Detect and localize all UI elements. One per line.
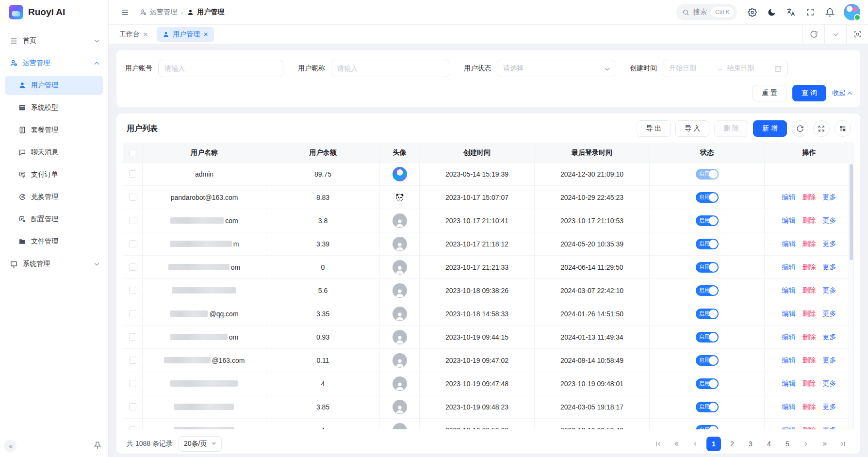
- column-header[interactable]: 用户名称: [143, 143, 266, 162]
- more-link[interactable]: 更多: [823, 356, 836, 365]
- status-toggle[interactable]: 启用: [696, 262, 719, 273]
- status-toggle[interactable]: 启用: [696, 355, 719, 366]
- breadcrumb-item-0[interactable]: 运营管理: [140, 8, 177, 16]
- sidebar-item-0[interactable]: 首页: [5, 31, 103, 50]
- bell-icon[interactable]: [821, 4, 838, 20]
- more-link[interactable]: 更多: [823, 263, 836, 272]
- row-checkbox[interactable]: [129, 333, 136, 341]
- page-button-1[interactable]: 1: [706, 437, 721, 451]
- more-link[interactable]: 更多: [823, 286, 836, 295]
- edit-link[interactable]: 编辑: [782, 379, 796, 388]
- status-select[interactable]: 请选择: [497, 60, 615, 77]
- more-link[interactable]: 更多: [823, 216, 836, 225]
- sidebar-subitem-3[interactable]: 聊天消息: [5, 143, 103, 162]
- edit-link[interactable]: 编辑: [782, 286, 796, 295]
- status-toggle[interactable]: 启用: [696, 169, 719, 180]
- sidebar-collapse-button[interactable]: «: [4, 440, 16, 452]
- column-header[interactable]: 用户余额: [266, 143, 380, 162]
- close-icon[interactable]: ✕: [203, 31, 208, 38]
- sidebar-subitem-1[interactable]: 系统模型: [5, 98, 103, 117]
- edit-link[interactable]: 编辑: [782, 193, 796, 202]
- add-button[interactable]: 新 增: [753, 120, 787, 137]
- pin-icon[interactable]: [93, 441, 102, 450]
- row-checkbox[interactable]: [129, 310, 136, 317]
- sidebar-subitem-6[interactable]: 配置管理: [5, 210, 103, 229]
- first-page-icon[interactable]: [651, 437, 666, 451]
- edit-link[interactable]: 编辑: [782, 263, 796, 272]
- status-toggle[interactable]: 启用: [696, 402, 719, 412]
- page-button-5[interactable]: 5: [780, 437, 795, 451]
- edit-link[interactable]: 编辑: [782, 403, 796, 411]
- delete-link[interactable]: 删除: [802, 426, 816, 430]
- column-header[interactable]: 创建时间: [420, 143, 535, 162]
- import-button[interactable]: 导 入: [675, 120, 709, 137]
- refresh-tab-icon[interactable]: [802, 25, 824, 44]
- more-link[interactable]: 更多: [823, 310, 836, 318]
- sidebar-subitem-4[interactable]: 支付订单: [5, 165, 103, 184]
- select-all-checkbox[interactable]: [129, 149, 136, 156]
- export-button[interactable]: 导 出: [637, 120, 671, 137]
- delete-link[interactable]: 删除: [802, 263, 816, 272]
- sidebar-subitem-0[interactable]: 用户管理: [5, 76, 103, 95]
- delete-link[interactable]: 删除: [802, 240, 816, 248]
- delete-link[interactable]: 删除: [802, 310, 816, 318]
- row-checkbox[interactable]: [129, 426, 136, 429]
- more-link[interactable]: 更多: [823, 379, 836, 388]
- date-range-input[interactable]: 开始日期 → 结束日期: [663, 60, 788, 77]
- page-button-3[interactable]: 3: [743, 437, 758, 451]
- status-toggle[interactable]: 启用: [696, 309, 719, 319]
- status-toggle[interactable]: 启用: [696, 215, 719, 226]
- tab-0[interactable]: 工作台 ✕: [114, 27, 154, 42]
- column-settings-icon[interactable]: [835, 120, 851, 137]
- more-link[interactable]: 更多: [823, 193, 836, 202]
- nickname-input[interactable]: [337, 65, 443, 72]
- row-checkbox[interactable]: [129, 357, 136, 364]
- last-page-icon[interactable]: [835, 437, 850, 451]
- table-scrollbar[interactable]: [849, 163, 853, 429]
- jump-back-icon[interactable]: [670, 437, 684, 451]
- collapse-filter-link[interactable]: 收起: [832, 89, 852, 98]
- column-header[interactable]: 操作: [765, 143, 853, 162]
- delete-link[interactable]: 删除: [802, 193, 816, 202]
- status-toggle[interactable]: 启用: [696, 192, 719, 203]
- hamburger-menu-icon[interactable]: [116, 4, 133, 20]
- delete-link[interactable]: 删除: [802, 379, 816, 388]
- fullscreen-icon[interactable]: [802, 4, 819, 20]
- edit-link[interactable]: 编辑: [782, 333, 796, 342]
- column-header[interactable]: 状态: [650, 143, 765, 162]
- more-link[interactable]: 更多: [823, 403, 836, 411]
- row-checkbox[interactable]: [129, 170, 136, 178]
- search-button[interactable]: 查 询: [792, 85, 826, 101]
- status-toggle[interactable]: 启用: [696, 239, 719, 249]
- tab-1[interactable]: 用户管理 ✕: [157, 27, 214, 42]
- delete-link[interactable]: 删除: [802, 403, 816, 411]
- delete-button[interactable]: 删 除: [714, 120, 748, 137]
- page-button-2[interactable]: 2: [725, 437, 739, 451]
- sidebar-item-2[interactable]: 系统管理: [5, 254, 103, 274]
- search-input[interactable]: 搜索 Ctrl K: [676, 4, 737, 20]
- edit-link[interactable]: 编辑: [782, 240, 796, 248]
- delete-link[interactable]: 删除: [802, 333, 816, 342]
- moon-icon[interactable]: [763, 4, 780, 20]
- refresh-icon[interactable]: [792, 120, 808, 137]
- sidebar-subitem-5[interactable]: 兑换管理: [5, 187, 103, 207]
- scrollbar-thumb[interactable]: [850, 164, 853, 260]
- more-link[interactable]: 更多: [823, 426, 836, 430]
- more-link[interactable]: 更多: [823, 240, 836, 248]
- row-checkbox[interactable]: [129, 287, 136, 294]
- more-link[interactable]: 更多: [823, 333, 836, 342]
- chevron-down-icon[interactable]: [824, 25, 846, 44]
- row-checkbox[interactable]: [129, 380, 136, 387]
- account-input[interactable]: [164, 65, 277, 72]
- row-checkbox[interactable]: [129, 263, 136, 271]
- status-toggle[interactable]: 启用: [696, 285, 719, 296]
- delete-link[interactable]: 删除: [802, 356, 816, 365]
- prev-page-icon[interactable]: [688, 437, 703, 451]
- column-header[interactable]: 头像: [380, 143, 420, 162]
- reset-button[interactable]: 重 置: [753, 85, 786, 101]
- gear-icon[interactable]: [744, 4, 760, 20]
- edit-link[interactable]: 编辑: [782, 426, 796, 430]
- edit-link[interactable]: 编辑: [782, 310, 796, 318]
- expand-icon[interactable]: [813, 120, 830, 137]
- status-toggle[interactable]: 启用: [696, 332, 719, 343]
